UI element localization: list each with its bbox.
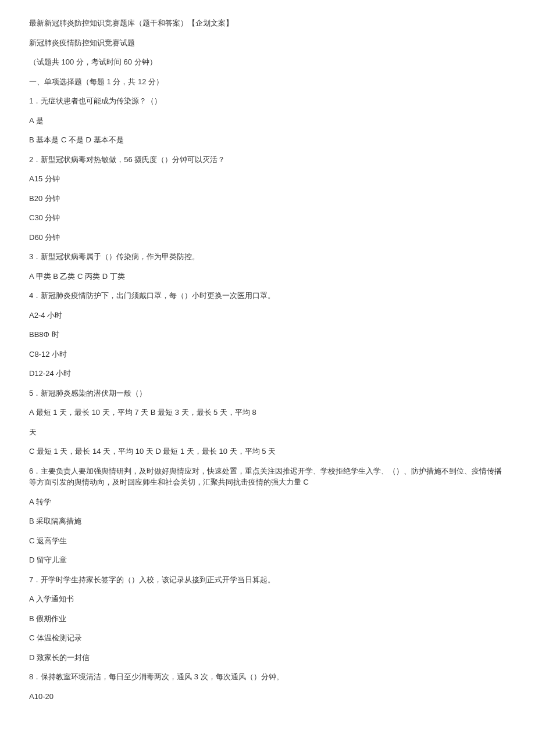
- option-bcd: B 基本是 C 不是 D 基本不是: [29, 134, 506, 146]
- question-text: ．无症状患者也可能成为传染源？（）: [33, 96, 162, 105]
- question-text: ．新冠肺炎疫情防护下，出门须戴口罩，每（）小时更换一次医用口罩。: [33, 291, 275, 300]
- question-1: 1．无症状患者也可能成为传染源？（）: [29, 95, 506, 107]
- question-text: ．开学时学生持家长签字的（）入校，该记录从接到正式开学当日算起。: [33, 575, 275, 584]
- question-3: 3．新型冠状病毒属于（）传染病，作为甲类防控。: [29, 251, 506, 263]
- option-c: C8-12 小时: [29, 349, 506, 360]
- question-2: 2．新型冠状病毒对热敏做，56 摄氏度（）分钟可以灭活？: [29, 154, 506, 166]
- question-text: ．新型冠状病毒属于（）传染病，作为甲类防控。: [33, 252, 199, 261]
- option-a: A 是: [29, 115, 506, 127]
- exam-info: （试题共 100 分，考试时间 60 分钟）: [29, 56, 506, 68]
- option-b: B 采取隔离措施: [29, 515, 506, 527]
- question-5: 5．新冠肺炎感染的潜伏期一般（）: [29, 388, 506, 399]
- option-d: D60 分钟: [29, 232, 506, 243]
- question-8: 8．保持教室环境清洁，每日至少消毒两次，通风 3 次，每次通风（）分钟。: [29, 671, 506, 683]
- option-line1: A 最短 1 天，最长 10 天，平均 7 天 B 最短 3 天，最长 5 天，…: [29, 407, 506, 418]
- option-b: BB8Φ 时: [29, 329, 506, 341]
- question-text: ．主要负责人要加强舆情研判，及时做好舆情应对，快速处置，重点关注因推迟开学、学校…: [29, 467, 502, 487]
- option-d: D12-24 小时: [29, 368, 506, 379]
- option-d: D 致家长的一封信: [29, 652, 506, 664]
- question-7: 7．开学时学生持家长签字的（）入校，该记录从接到正式开学当日算起。: [29, 574, 506, 586]
- question-text: ．新型冠状病毒对热敏做，56 摄氏度（）分钟可以灭活？: [33, 155, 225, 164]
- option-line2: 天: [29, 427, 506, 438]
- option-a: A10-20: [29, 691, 506, 703]
- question-4: 4．新冠肺炎疫情防护下，出门须戴口罩，每（）小时更换一次医用口罩。: [29, 290, 506, 302]
- option-line3: C 最短 1 天，最长 14 天，平均 10 天 D 最短 1 天，最长 10 …: [29, 446, 506, 457]
- option-c: C 返高学生: [29, 535, 506, 547]
- question-6: 6．主要负责人要加强舆情研判，及时做好舆情应对，快速处置，重点关注因推迟开学、学…: [29, 465, 506, 488]
- option-c: C30 分钟: [29, 212, 506, 224]
- options-abcd: A 甲类 B 乙类 C 丙类 D 丁类: [29, 271, 506, 282]
- document-subtitle: 新冠肺炎疫情防控知识竞赛试题: [29, 37, 506, 49]
- section-header: 一、单项选择题（每题 1 分，共 12 分）: [29, 76, 506, 88]
- option-a: A15 分钟: [29, 173, 506, 185]
- option-a: A2-4 小时: [29, 310, 506, 321]
- document-title: 最新新冠肺炎防控知识竞赛题库（题干和答案）【企划文案】: [29, 17, 506, 29]
- option-b: B 假期作业: [29, 613, 506, 625]
- option-b: B20 分钟: [29, 193, 506, 205]
- option-a: A 入学通知书: [29, 593, 506, 605]
- option-d: D 留守儿童: [29, 554, 506, 566]
- option-a: A 转学: [29, 496, 506, 508]
- question-text: ．保持教室环境清洁，每日至少消毒两次，通风 3 次，每次通风（）分钟。: [33, 672, 283, 681]
- option-c: C 体温检测记录: [29, 632, 506, 644]
- question-text: ．新冠肺炎感染的潜伏期一般（）: [33, 389, 147, 397]
